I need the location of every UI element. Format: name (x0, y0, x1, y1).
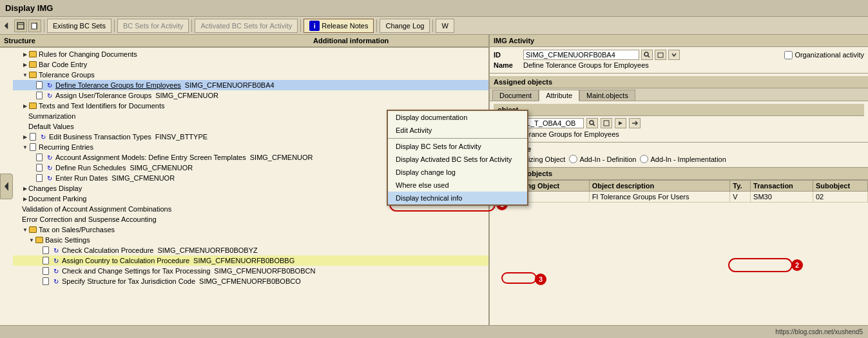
folder-icon (28, 101, 37, 110)
doc-icon (35, 91, 44, 100)
svg-marker-4 (5, 182, 8, 191)
doc-icon (28, 143, 37, 152)
folder-icon (28, 50, 37, 59)
doc-icon (28, 132, 37, 141)
svg-marker-11 (619, 121, 622, 125)
tree-arrow: ▶ (22, 134, 28, 140)
doc-icon (41, 266, 50, 275)
obj-search-btn[interactable] (586, 118, 598, 128)
doc-icon (35, 163, 44, 172)
id-label: ID (494, 51, 519, 59)
arrow-icon: ↻ (45, 81, 54, 90)
list-item[interactable]: ↻ Assign Country to Calculation Procedur… (13, 255, 488, 266)
list-item[interactable]: ↻ Check Calculation Procedure SIMG_CFMEN… (13, 245, 488, 255)
assigned-objects-section-2: Assigned objects Customizing Object Obje… (490, 167, 868, 203)
menu-display-activated-bc[interactable]: Display Activated BC Sets for Activity (388, 153, 527, 166)
list-item[interactable]: ↻ Specify Structure for Tax Jurisdiction… (13, 276, 488, 286)
col-description: Object description (589, 181, 730, 192)
menu-where-used[interactable]: Where else used (388, 179, 527, 192)
nav-arrow-left[interactable] (0, 174, 13, 199)
assigned-objects-section-1-header: Assigned objects (490, 76, 868, 88)
release-notes-button[interactable]: i Release Notes (304, 19, 374, 33)
add-in-def-option: Add-In - Definition (569, 155, 636, 163)
table-row[interactable]: V_T043T FI Tolerance Groups For Users V … (490, 192, 868, 203)
menu-display-doc[interactable]: Display documentation (388, 111, 527, 124)
status-url: https://blog.csdn.net/xushend5 (775, 328, 863, 335)
object-type-options: Customizing Object Add-In - Definition A… (494, 155, 864, 163)
doc-icon (35, 81, 44, 90)
tab-document[interactable]: Document (492, 90, 539, 101)
col-type: Ty. (730, 181, 751, 192)
menu-display-bc[interactable]: Display BC Sets for Activity (388, 140, 527, 153)
w-button[interactable]: W (436, 19, 454, 33)
org-activity-checkbox: Organizational activity (784, 51, 864, 59)
object-type-label: object type (494, 145, 864, 153)
list-item[interactable]: ▶ Rules for Changing Documents (13, 49, 488, 59)
cell-description: FI Tolerance Groups For Users (589, 192, 730, 203)
add-in-def-radio[interactable] (569, 155, 577, 163)
img-activity-header: IMG Activity (490, 35, 868, 47)
tree-arrow-expanded: ▼ (22, 72, 28, 78)
col-transaction: Transaction (751, 181, 813, 192)
status-bar: https://blog.csdn.net/xushend5 (0, 325, 868, 338)
toolbar-btn-2[interactable] (28, 19, 41, 32)
name-label: Name (494, 61, 519, 69)
obj-btn4[interactable] (629, 118, 641, 128)
add-in-impl-radio[interactable] (640, 155, 648, 163)
list-item[interactable]: ↻ Define Tolerance Groups for Employees … (13, 80, 488, 90)
menu-display-technical[interactable]: Display technical info (388, 192, 527, 204)
cell-type: V (730, 192, 751, 203)
tab-maint-objects[interactable]: Maint.objects (579, 90, 635, 101)
svg-rect-3 (32, 23, 37, 29)
tree-arrow: ▶ (22, 196, 28, 202)
id-btn3[interactable] (668, 50, 680, 60)
object-content: object FIAPARCL_T_OBA4_OB (490, 101, 868, 143)
arrow-icon: ↻ (52, 277, 61, 286)
structure-header: Structure (0, 35, 309, 47)
list-item[interactable]: ↻ Check and Change Settings for Tax Proc… (13, 266, 488, 276)
tree-arrow: ▶ (22, 186, 28, 192)
list-item[interactable]: ▼ Basic Settings (13, 235, 488, 245)
list-item[interactable]: ↻ Assign User/Tolerance Groups SIMG_CFME… (13, 90, 488, 101)
tree-arrow-expanded: ▼ (22, 227, 28, 233)
object-description: Define Tolerance Groups for Employees (494, 130, 864, 138)
obj-btn2[interactable] (601, 118, 612, 128)
doc-icon (41, 277, 50, 286)
arrow-icon: ↻ (45, 153, 54, 162)
existing-bc-sets-button[interactable]: Existing BC Sets (47, 19, 111, 33)
arrow-icon: ↻ (39, 132, 48, 141)
context-menu: Display documentation Edit Activity Disp… (387, 110, 528, 206)
app-title: Display IMG (5, 3, 53, 13)
list-item[interactable]: ▼ Tolerance Groups (13, 70, 488, 80)
tabs-container: Document Attribute Maint.objects (490, 88, 868, 101)
arrow-icon: ↻ (45, 163, 54, 172)
doc-icon (35, 174, 44, 183)
svg-line-9 (593, 124, 595, 126)
list-item[interactable]: ▼ Tax on Sales/Purchases (13, 224, 488, 235)
toolbar: Existing BC Sets BC Sets for Activity Ac… (0, 17, 868, 35)
arrow-icon: ↻ (45, 174, 54, 183)
svg-rect-1 (17, 23, 24, 29)
svg-rect-7 (658, 53, 663, 57)
name-row: Name Define Tolerance Groups for Employe… (494, 61, 864, 69)
org-activity-checkbox-input[interactable] (784, 51, 793, 59)
menu-edit-activity[interactable]: Edit Activity (388, 124, 527, 137)
id-btn2[interactable] (655, 50, 666, 60)
object-type-section: object type Customizing Object Add-In - … (490, 143, 868, 167)
tab-attribute[interactable]: Attribute (539, 90, 579, 101)
activated-bc-sets-button[interactable]: Activated BC Sets for Activity (195, 19, 298, 33)
back-icon[interactable] (3, 21, 13, 31)
assigned-objects-table: Customizing Object Object description Ty… (490, 180, 868, 203)
id-search-btn[interactable] (641, 50, 653, 60)
folder-icon (28, 60, 37, 69)
title-bar: Display IMG (0, 0, 868, 17)
change-log-button[interactable]: Change Log (380, 19, 430, 33)
list-item[interactable]: ▶ Bar Code Entry (13, 59, 488, 70)
list-item[interactable]: Error Correction and Suspense Accounting (13, 214, 488, 224)
id-value: SIMG_CFMENUORFB0BA4 (523, 50, 639, 60)
svg-rect-10 (604, 121, 609, 126)
bc-sets-activity-button[interactable]: BC Sets for Activity (117, 19, 189, 33)
obj-btn3[interactable] (615, 118, 626, 128)
menu-display-change-log[interactable]: Display change log (388, 166, 527, 179)
toolbar-btn-1[interactable] (14, 19, 27, 32)
